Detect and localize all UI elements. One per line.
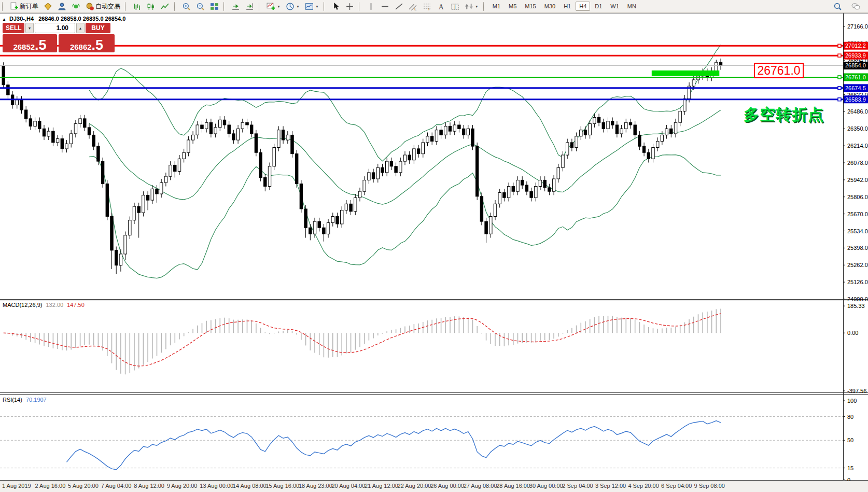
line-anchor-square[interactable] xyxy=(838,98,841,101)
timeframe-D1-button[interactable]: D1 xyxy=(591,2,606,11)
time-axis-label: 22 Aug 20:00 xyxy=(398,483,431,489)
rsi-tick-label: 80 xyxy=(847,414,853,420)
chart-canvas[interactable]: 27166.027030.026894.026758.026622.026486… xyxy=(0,0,868,492)
timeframe-M1-button[interactable]: M1 xyxy=(489,2,504,11)
buy-price-panel[interactable]: 26862 .5 xyxy=(59,34,115,52)
toolbar-autotrade-button[interactable]: 自动交易 xyxy=(83,1,122,12)
time-axis-label: 30 Aug 00:00 xyxy=(529,483,563,489)
time-axis-label: 7 Aug 04:00 xyxy=(101,483,132,489)
chevron-down-icon[interactable]: ▼ xyxy=(475,5,479,8)
zoom-in-icon xyxy=(182,2,191,11)
volume-decrease-button[interactable]: ▼ xyxy=(25,23,34,33)
line-anchor-square[interactable] xyxy=(838,54,841,57)
toolbar-horizontal-line-button[interactable] xyxy=(379,1,391,12)
timeframe-H1-button[interactable]: H1 xyxy=(560,2,575,11)
chat-icon xyxy=(851,2,860,11)
toolbar-search-button[interactable] xyxy=(831,1,844,12)
toolbar-cursor-button[interactable] xyxy=(329,1,342,12)
sell-price-panel[interactable]: 26852 .5 xyxy=(3,34,57,52)
chevron-down-icon[interactable]: ▼ xyxy=(296,5,300,8)
macd-indicator-label: MACD(12,26,9) 132.00 147.50 xyxy=(3,302,85,308)
svg-text:A: A xyxy=(439,3,444,10)
time-axis-label: 8 Aug 12:00 xyxy=(134,483,164,489)
text-icon: A xyxy=(437,2,445,11)
chevron-down-icon[interactable]: ▼ xyxy=(315,5,319,8)
toolbar-chart-shift-button[interactable] xyxy=(243,1,256,12)
time-axis-label: 3 Sep 12:00 xyxy=(595,483,626,489)
price-badge-label: 27012.2 xyxy=(845,43,866,49)
toolbar-fibonacci-button[interactable]: F xyxy=(421,1,433,12)
toolbar-candle-chart-button[interactable] xyxy=(145,1,158,12)
toolbar-templates-button[interactable]: ▼ xyxy=(303,1,321,12)
timeframe-M5-button[interactable]: M5 xyxy=(505,2,520,11)
volume-increase-button[interactable]: ▲ xyxy=(76,23,85,33)
toolbar-bar-chart-button[interactable] xyxy=(131,1,144,12)
line-anchor-square[interactable] xyxy=(838,44,841,47)
chevron-down-icon[interactable]: ▼ xyxy=(277,5,281,8)
time-axis-label: 18 Aug 23:00 xyxy=(299,483,332,489)
toolbar-vertical-line-button[interactable] xyxy=(365,1,377,12)
price-badge-label: 26583.9 xyxy=(845,96,866,103)
toolbar-trend-line-button[interactable] xyxy=(393,1,405,12)
macd-tick-label: 185.33 xyxy=(847,303,865,309)
time-axis-label: 15 Aug 16:00 xyxy=(265,483,299,489)
rsi-tick-label: 100 xyxy=(847,398,857,404)
time-axis-label: 27 Aug 08:00 xyxy=(464,483,497,489)
price-callout-box[interactable]: 26761.0 xyxy=(754,63,804,78)
price-tick-label: 25126.0 xyxy=(847,279,868,285)
line-anchor-square[interactable] xyxy=(838,87,841,90)
toolbar-periods-button[interactable]: ▼ xyxy=(284,1,302,12)
toolbar-tile-windows-button[interactable] xyxy=(208,1,221,12)
timeframe-M30-button[interactable]: M30 xyxy=(541,2,559,11)
time-axis-label: 1 Aug 2019 xyxy=(2,483,31,489)
line-anchor-square[interactable] xyxy=(838,76,841,79)
chart-ohlc-header: ▲ DJ30-,H4 26846.0 26858.0 26835.0 26854… xyxy=(2,16,125,22)
toolbar-zoom-in-button[interactable] xyxy=(180,1,193,12)
price-badge-label: 26674.5 xyxy=(845,85,866,91)
toolbar-zoom-out-button[interactable] xyxy=(194,1,207,12)
price-badge-label: 26933.9 xyxy=(845,52,866,59)
toolbar-indicators-button[interactable]: ▼ xyxy=(264,1,283,12)
timeframe-M15-button[interactable]: M15 xyxy=(521,2,539,11)
toolbar-auto-scroll-button[interactable] xyxy=(229,1,242,12)
time-axis[interactable]: 1 Aug 20192 Aug 16:005 Aug 20:007 Aug 04… xyxy=(0,481,868,492)
timeframe-H4-button[interactable]: H4 xyxy=(576,2,590,11)
sell-button[interactable]: SELL xyxy=(3,23,24,33)
macd-tick-label: -397.56 xyxy=(847,388,866,394)
collapse-trade-panel-icon[interactable]: ▲ xyxy=(2,17,6,22)
templates-icon xyxy=(305,2,314,11)
chart-shift-icon xyxy=(245,2,254,11)
macd-tick-label: 0.00 xyxy=(847,330,858,336)
svg-text:T: T xyxy=(453,3,457,9)
toolbar-text-label-button[interactable]: T xyxy=(449,1,461,12)
toolbar-chat-button[interactable] xyxy=(849,1,862,12)
toolbar-signal-button[interactable] xyxy=(69,1,82,12)
toolbar-new-order-button[interactable]: 新订单 xyxy=(8,1,40,12)
marketwatch-icon xyxy=(44,2,52,11)
symbol-period-label: DJ30-,H4 xyxy=(9,16,34,22)
buy-button[interactable]: BUY xyxy=(86,23,110,33)
toolbar-arrows-button[interactable]: ▼ xyxy=(463,1,481,12)
time-axis-label: 26 Aug 00:00 xyxy=(430,483,464,489)
one-click-trading-panel: SELL ▼ ▲ BUY 26852 .5 26862 .5 xyxy=(3,23,116,52)
auto-scroll-icon xyxy=(231,2,240,11)
bar-chart-icon xyxy=(133,2,142,11)
toolbar-line-chart-button[interactable] xyxy=(159,1,172,12)
pivot-note-text[interactable]: 多空转折点 xyxy=(744,104,824,125)
toolbar-marketwatch-button[interactable] xyxy=(41,1,54,12)
toolbar-crosshair-button[interactable] xyxy=(343,1,356,12)
timeframe-W1-button[interactable]: W1 xyxy=(607,2,623,11)
time-axis-label: 6 Sep 04:00 xyxy=(661,483,692,489)
crosshair-icon xyxy=(345,2,354,11)
time-axis-label: 9 Sep 08:00 xyxy=(694,483,725,489)
toolbar-channel-button[interactable]: E xyxy=(407,1,419,12)
toolbar-grip xyxy=(324,2,326,11)
toolbar-profile-button[interactable] xyxy=(55,1,68,12)
highlight-rectangle[interactable] xyxy=(652,71,720,76)
macd-name: MACD(12,26,9) xyxy=(3,302,42,308)
toolbar-text-button[interactable]: A xyxy=(435,1,447,12)
time-axis-label: 20 Aug 04:00 xyxy=(332,483,366,489)
volume-input[interactable] xyxy=(35,23,75,33)
main-toolbar: 新订单自动交易▼▼▼EFAT▼M1M5M15M30H1H4D1W1MN xyxy=(0,0,868,13)
timeframe-MN-button[interactable]: MN xyxy=(624,2,640,11)
